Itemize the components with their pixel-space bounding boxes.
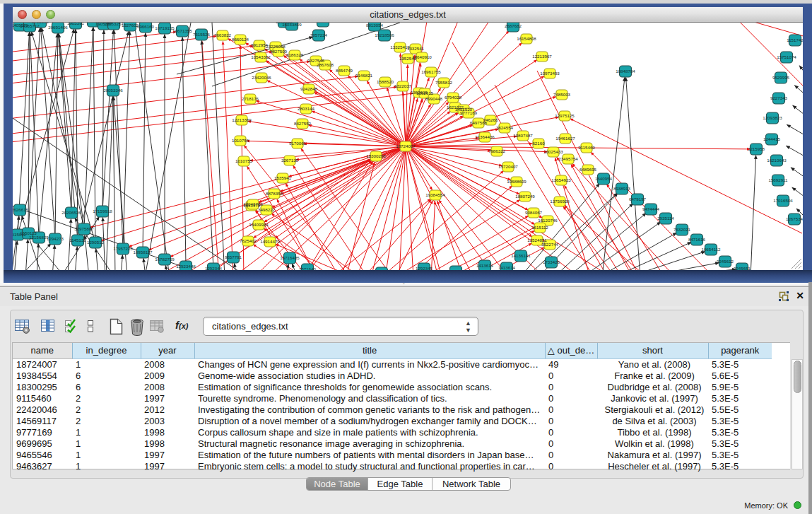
svg-text:8454749: 8454749 (336, 68, 353, 73)
svg-text:2867608: 2867608 (317, 62, 334, 67)
svg-text:9777169: 9777169 (460, 110, 478, 115)
svg-text:6966160: 6966160 (137, 24, 155, 29)
svg-text:1705591: 1705591 (32, 23, 49, 24)
svg-text:7485003: 7485003 (553, 92, 571, 97)
svg-text:7857224: 7857224 (310, 33, 328, 37)
svg-text:2718176: 2718176 (242, 96, 259, 101)
svg-text:8660124: 8660124 (232, 37, 249, 42)
svg-text:6794028: 6794028 (445, 95, 462, 100)
svg-text:1733426: 1733426 (543, 259, 560, 264)
svg-text:10025433: 10025433 (543, 149, 563, 154)
svg-text:14136141: 14136141 (511, 253, 531, 258)
svg-text:1588520: 1588520 (377, 79, 394, 84)
svg-text:14055712: 14055712 (20, 23, 40, 28)
svg-text:32975887: 32975887 (74, 226, 94, 231)
svg-text:20206526: 20206526 (61, 210, 81, 215)
svg-text:8878354: 8878354 (266, 191, 283, 196)
svg-text:15751074: 15751074 (777, 54, 796, 59)
svg-text:8938913: 8938913 (613, 186, 631, 191)
svg-text:14914479: 14914479 (260, 239, 280, 244)
svg-text:10688609: 10688609 (507, 179, 526, 184)
svg-text:746266: 746266 (483, 117, 498, 122)
svg-text:19384554: 19384554 (425, 192, 445, 197)
svg-text:6489695: 6489695 (579, 167, 597, 172)
svg-text:12093823: 12093823 (763, 115, 782, 120)
svg-text:10671355: 10671355 (172, 28, 192, 33)
svg-text:1413614: 1413614 (476, 263, 494, 268)
svg-text:19461627: 19461627 (555, 136, 575, 141)
svg-text:1527602: 1527602 (122, 23, 139, 28)
svg-text:8186328: 8186328 (286, 52, 304, 57)
svg-text:17957223: 17957223 (113, 246, 133, 251)
svg-text:10046768: 10046768 (243, 201, 263, 206)
svg-text:7625402: 7625402 (240, 238, 257, 243)
svg-text:10973493: 10973493 (540, 71, 560, 76)
svg-text:7515526: 7515526 (193, 32, 211, 37)
svg-text:13756928: 13756928 (550, 199, 570, 204)
svg-text:2687682: 2687682 (505, 23, 522, 28)
svg-text:1413614: 1413614 (498, 265, 516, 270)
svg-text:7663822: 7663822 (214, 33, 232, 37)
svg-text:20053346: 20053346 (103, 88, 123, 93)
svg-text:9242848: 9242848 (300, 86, 318, 91)
svg-text:2935114: 2935114 (657, 216, 674, 221)
svg-text:10719155: 10719155 (155, 25, 175, 30)
svg-text:21364436: 21364436 (475, 134, 495, 139)
svg-text:1145131: 1145131 (69, 238, 86, 243)
svg-text:23420046: 23420046 (252, 75, 271, 80)
svg-text:12213369: 12213369 (232, 117, 252, 122)
svg-text:15716485: 15716485 (280, 255, 300, 260)
svg-text:19218506: 19218506 (375, 33, 394, 37)
svg-text:1151742: 1151742 (787, 37, 803, 42)
svg-text:12213967: 12213967 (532, 54, 552, 59)
svg-text:7955812: 7955812 (435, 80, 453, 85)
svg-text:10543362: 10543362 (251, 54, 271, 59)
svg-text:16409934: 16409934 (249, 222, 269, 227)
svg-text:9245612: 9245612 (717, 259, 734, 264)
svg-text:1803380: 1803380 (314, 23, 332, 23)
svg-text:1294273: 1294273 (47, 236, 64, 241)
svg-text:1535941: 1535941 (274, 175, 292, 180)
svg-text:3624554: 3624554 (496, 125, 514, 130)
svg-text:1010755: 1010755 (235, 158, 253, 163)
svg-text:8813054: 8813054 (366, 23, 384, 28)
svg-text:18724007: 18724007 (396, 144, 416, 148)
svg-text:18300295: 18300295 (366, 153, 386, 158)
svg-text:10654112: 10654112 (701, 247, 721, 252)
svg-text:9170061: 9170061 (289, 141, 307, 146)
svg-text:10958117: 10958117 (133, 250, 153, 255)
svg-text:1290512: 1290512 (87, 240, 105, 245)
svg-text:17016504: 17016504 (773, 198, 793, 203)
svg-text:16033809: 16033809 (282, 23, 302, 27)
svg-text:10807487: 10807487 (513, 133, 533, 138)
svg-text:16120746: 16120746 (538, 218, 558, 223)
svg-text:9227343: 9227343 (770, 95, 788, 100)
svg-text:2626615: 2626615 (13, 207, 29, 212)
svg-text:1332541: 1332541 (407, 46, 425, 51)
svg-text:7632021: 7632021 (673, 227, 691, 232)
svg-text:15692911: 15692911 (768, 177, 788, 182)
svg-text:9146821: 9146821 (355, 73, 373, 78)
svg-text:3267130: 3267130 (281, 158, 299, 163)
svg-text:9657791: 9657791 (225, 255, 242, 259)
svg-text:16782759: 16782759 (155, 257, 175, 262)
svg-text:15720407: 15720407 (498, 164, 518, 169)
svg-text:8990448: 8990448 (425, 96, 443, 101)
svg-text:16961755: 16961755 (421, 69, 441, 74)
svg-text:3498222: 3498222 (258, 207, 276, 212)
svg-text:13654923: 13654923 (551, 177, 571, 182)
svg-text:62160: 62160 (532, 141, 545, 146)
svg-text:6322037: 6322037 (394, 83, 412, 88)
svg-text:2803144: 2803144 (298, 106, 315, 111)
svg-text:16210643: 16210643 (767, 158, 787, 163)
svg-text:3522744: 3522744 (541, 242, 559, 247)
svg-text:23495754: 23495754 (558, 156, 578, 161)
svg-text:8427552: 8427552 (294, 121, 312, 126)
svg-text:1905391: 1905391 (67, 23, 85, 25)
svg-text:7986322: 7986322 (488, 148, 506, 153)
svg-text:23226058: 23226058 (266, 44, 286, 49)
svg-text:8471616: 8471616 (688, 237, 706, 242)
svg-text:6479197: 6479197 (629, 197, 647, 201)
svg-text:9529995: 9529995 (772, 75, 790, 80)
svg-text:12923448: 12923448 (176, 264, 196, 269)
